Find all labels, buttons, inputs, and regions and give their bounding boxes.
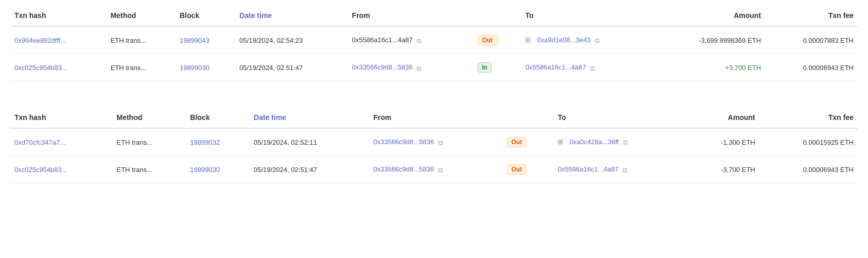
txn-hash-cell: 0xc025c954b83... <box>10 156 112 183</box>
page-container: Txn hash Method Block Date time From To … <box>0 0 868 199</box>
txn-fee-cell: 0.00007883 ETH <box>765 26 858 54</box>
method-cell: ETH trans... <box>107 54 176 81</box>
copy-to-icon[interactable]: ⧉ <box>595 37 602 44</box>
amount-cell: +3,700 ETH <box>654 54 765 81</box>
txn-hash-cell: 0xd70cfc347a7... <box>10 128 112 156</box>
direction-cell: Out <box>503 156 553 183</box>
col-header-txn-hash: Txn hash <box>10 107 112 128</box>
amount-cell: -3,699.9998369 ETH <box>654 26 765 54</box>
col-header-txn-fee: Txn fee <box>759 107 858 128</box>
table-section-2: Txn hash Method Block Date time From To … <box>10 107 858 183</box>
from-cell: 0x33566c9d8...5836 ⧉ <box>369 128 503 156</box>
table-row: 0x964ee892dfff... ETH trans... 19899043 … <box>10 26 858 54</box>
txn-hash-cell: 0x964ee892dfff... <box>10 26 107 54</box>
col-header-from: From <box>369 107 503 128</box>
from-cell: 0x33566c9d8...5836 ⧉ <box>369 156 503 183</box>
txn-hash-link[interactable]: 0xd70cfc347a7... <box>14 139 65 146</box>
datetime-cell: 05/19/2024, 02:51:47 <box>235 54 348 81</box>
to-cell: ⊞ 0xa0c428a...36ff ⧉ <box>553 128 688 156</box>
txn-hash-link[interactable]: 0xc025c954b83... <box>14 64 67 72</box>
to-address-link[interactable]: 0x5586a16c1...4a87 <box>558 165 618 173</box>
col-header-method: Method <box>112 107 186 128</box>
block-link[interactable]: 19899043 <box>180 37 210 44</box>
contract-icon: ⊞ <box>525 36 533 44</box>
direction-badge: Out <box>478 35 497 45</box>
datetime-cell: 05/19/2024, 02:52:11 <box>250 128 369 156</box>
block-link[interactable]: 19899030 <box>190 166 220 174</box>
from-cell: 0x5586a16c1...4a87 ⧉ <box>348 26 474 54</box>
col-header-block: Block <box>176 5 235 26</box>
col-header-txn-hash: Txn hash <box>10 5 107 26</box>
col-header-amount: Amount <box>654 5 765 26</box>
txn-hash-link[interactable]: 0xc025c954b83... <box>14 166 67 174</box>
copy-to-icon[interactable]: ⧉ <box>623 139 630 146</box>
col-header-direction <box>503 107 553 128</box>
col-header-to: To <box>521 5 654 26</box>
contract-icon: ⊞ <box>558 138 566 146</box>
from-address-link[interactable]: 0x33566c9d8...5836 <box>373 138 434 146</box>
col-header-direction <box>474 5 521 26</box>
txn-fee-cell: 0.00006943 ETH <box>759 156 858 183</box>
transactions-table-1: Txn hash Method Block Date time From To … <box>10 5 858 81</box>
col-header-method: Method <box>107 5 176 26</box>
direction-badge: Out <box>507 137 526 147</box>
copy-from-icon[interactable]: ⧉ <box>438 166 445 174</box>
block-cell: 19899030 <box>176 54 235 81</box>
to-address-link[interactable]: 0x5586a16c1...4a87 <box>525 63 586 71</box>
txn-hash-link[interactable]: 0x964ee892dfff... <box>14 37 66 44</box>
direction-badge: Out <box>507 164 526 175</box>
to-cell: 0x5586a16c1...4a87 ⧉ <box>553 156 688 183</box>
datetime-cell: 05/19/2024, 02:54:23 <box>235 26 348 54</box>
col-header-amount: Amount <box>688 107 759 128</box>
from-cell: 0x33566c9d8...5836 ⧉ <box>348 54 474 81</box>
col-header-from: From <box>348 5 474 26</box>
col-header-to: To <box>553 107 688 128</box>
datetime-cell: 05/19/2024, 02:51:47 <box>250 156 369 183</box>
section-gap <box>10 92 858 107</box>
copy-from-icon[interactable]: ⧉ <box>416 64 424 72</box>
block-link[interactable]: 19899030 <box>180 64 210 72</box>
to-cell: ⊞ 0xa9d1e08...3e43 ⧉ <box>521 26 654 54</box>
txn-hash-cell: 0xc025c954b83... <box>10 54 107 81</box>
table-section-1: Txn hash Method Block Date time From To … <box>10 5 858 81</box>
col-header-txn-fee: Txn fee <box>765 5 858 26</box>
transactions-table-2: Txn hash Method Block Date time From To … <box>10 107 858 183</box>
direction-badge: In <box>478 62 492 73</box>
col-header-block: Block <box>186 107 250 128</box>
copy-to-icon[interactable]: ⧉ <box>622 166 630 174</box>
amount-cell: -3,700 ETH <box>688 156 759 183</box>
table-row: 0xc025c954b83... ETH trans... 19899030 0… <box>10 54 858 81</box>
amount-value: +3,700 ETH <box>725 64 761 72</box>
direction-cell: In <box>474 54 521 81</box>
amount-value: -3,699.9998369 ETH <box>699 37 761 44</box>
method-cell: ETH trans... <box>112 128 186 156</box>
copy-from-icon[interactable]: ⧉ <box>416 37 424 44</box>
table-row: 0xd70cfc347a7... ETH trans... 19899032 0… <box>10 128 858 156</box>
block-link[interactable]: 19899032 <box>190 139 220 146</box>
block-cell: 19899030 <box>186 156 250 183</box>
direction-cell: Out <box>503 128 553 156</box>
table-header-row-2: Txn hash Method Block Date time From To … <box>10 107 858 128</box>
method-cell: ETH trans... <box>107 26 176 54</box>
copy-to-icon[interactable]: ⧉ <box>590 64 597 72</box>
txn-fee-cell: 0.00015925 ETH <box>759 128 858 156</box>
to-cell: 0x5586a16c1...4a87 ⧉ <box>521 54 654 81</box>
copy-from-icon[interactable]: ⧉ <box>438 139 445 146</box>
col-header-datetime: Date time <box>235 5 348 26</box>
txn-fee-cell: 0.00006943 ETH <box>765 54 858 81</box>
amount-cell: -1,300 ETH <box>688 128 759 156</box>
block-cell: 19899043 <box>176 26 235 54</box>
col-header-datetime: Date time <box>250 107 369 128</box>
method-cell: ETH trans... <box>112 156 186 183</box>
to-address-link[interactable]: 0xa0c428a...36ff <box>569 138 619 146</box>
amount-value: -3,700 ETH <box>721 166 755 174</box>
block-cell: 19899032 <box>186 128 250 156</box>
direction-cell: Out <box>474 26 521 54</box>
from-address-link[interactable]: 0x33566c9d8...5836 <box>352 63 413 71</box>
from-address: 0x5586a16c1...4a87 <box>352 36 413 44</box>
from-address-link[interactable]: 0x33566c9d8...5836 <box>373 165 434 173</box>
to-address-link[interactable]: 0xa9d1e08...3e43 <box>537 36 591 44</box>
table-header-row-1: Txn hash Method Block Date time From To … <box>10 5 858 26</box>
table-row: 0xc025c954b83... ETH trans... 19899030 0… <box>10 156 858 183</box>
amount-value: -1,300 ETH <box>721 139 755 146</box>
